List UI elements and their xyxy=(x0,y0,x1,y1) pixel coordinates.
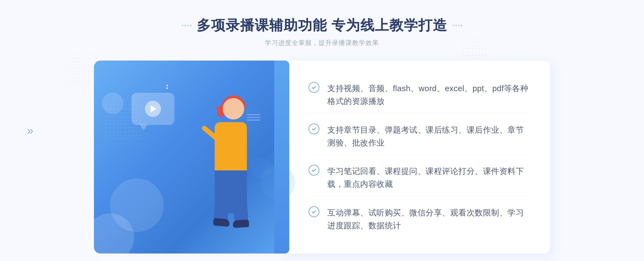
decorator-rect2 xyxy=(189,24,192,27)
check-circle xyxy=(309,124,319,134)
check-circle xyxy=(309,82,319,93)
features-list: 支持视频、音频、flash、word、excel、ppt、pdf等各种格式的资源… xyxy=(309,77,529,237)
decorator-rect4 xyxy=(460,24,463,27)
decorator-dot xyxy=(182,25,183,26)
person-pants-right xyxy=(233,194,248,222)
sparkle-decoration xyxy=(166,85,168,89)
dots-decoration-right xyxy=(462,38,488,64)
title-row: 多项录播课辅助功能 专为线上教学打造 xyxy=(182,16,462,35)
page-wrapper: » 多项录播课辅助功能 专为线上教学打造 学习进度全掌握，提升录播课教学效果 xyxy=(0,0,644,261)
decorator-dot3 xyxy=(453,25,454,26)
sparkle-dot-1 xyxy=(166,85,168,86)
check-icon-4 xyxy=(309,206,319,217)
feature-text-1: 支持视频、音频、flash、word、excel、ppt、pdf等各种格式的资源… xyxy=(327,82,529,108)
main-content: 支持视频、音频、flash、word、excel、ppt、pdf等各种格式的资源… xyxy=(94,61,550,253)
feature-text-4: 互动弹幕、试听购买、微信分享、观看次数限制、学习进度跟踪、数据统计 xyxy=(327,206,529,232)
play-triangle xyxy=(151,105,156,113)
sparkle-dot-2 xyxy=(166,87,168,89)
blue-bar xyxy=(274,61,289,253)
feature-item-2: 支持章节目录、弹题考试、课后练习、课后作业、章节测验、批改作业 xyxy=(309,118,529,155)
feature-item-1: 支持视频、音频、flash、word、excel、ppt、pdf等各种格式的资源… xyxy=(309,77,529,113)
left-panel xyxy=(94,61,282,253)
title-decorator-left xyxy=(182,25,191,26)
decorator-rect xyxy=(184,24,186,27)
feature-item-4: 互动弹幕、试听购买、微信分享、观看次数限制、学习进度跟踪、数据统计 xyxy=(309,201,529,237)
play-icon xyxy=(145,101,161,117)
main-title: 多项录播课辅助功能 专为线上教学打造 xyxy=(197,16,447,35)
title-decorator-right xyxy=(453,25,462,26)
decorator-dot4 xyxy=(458,25,460,26)
check-svg xyxy=(311,126,317,132)
person-pants-left xyxy=(214,194,230,222)
right-panel: 支持视频、音频、flash、word、excel、ppt、pdf等各种格式的资源… xyxy=(282,61,550,253)
check-icon-2 xyxy=(309,124,319,134)
person-shoe-right xyxy=(233,219,249,228)
feature-text-3: 学习笔记回看、课程提问、课程评论打分、课件资料下载，重点内容收藏 xyxy=(327,165,529,191)
check-icon-1 xyxy=(309,82,319,93)
feature-text-2: 支持章节目录、弹题考试、课后练习、课后作业、章节测验、批改作业 xyxy=(327,124,529,149)
chevron-left-icon: » xyxy=(27,125,33,136)
person-head xyxy=(223,98,244,120)
check-svg xyxy=(311,84,317,90)
person-shoe-left xyxy=(213,218,230,227)
check-icon-3 xyxy=(309,165,319,176)
header-section: 多项录播课辅助功能 专为线上教学打造 学习进度全掌握，提升录播课教学效果 xyxy=(182,16,462,47)
decorator-rect3 xyxy=(455,24,457,27)
check-svg xyxy=(311,209,317,215)
feature-item-3: 学习笔记回看、课程提问、课程评论打分、课件资料下载，重点内容收藏 xyxy=(309,159,529,196)
play-bubble xyxy=(131,93,174,125)
sub-title: 学习进度全掌握，提升录播课教学效果 xyxy=(182,39,462,47)
check-circle xyxy=(309,206,319,217)
deco-circle-bottom xyxy=(86,213,134,261)
check-svg xyxy=(311,167,317,173)
ext-circle-blue2 xyxy=(250,157,271,178)
check-circle xyxy=(309,165,319,176)
dots-decoration-left xyxy=(64,54,97,86)
decorator-dot2 xyxy=(187,25,189,26)
